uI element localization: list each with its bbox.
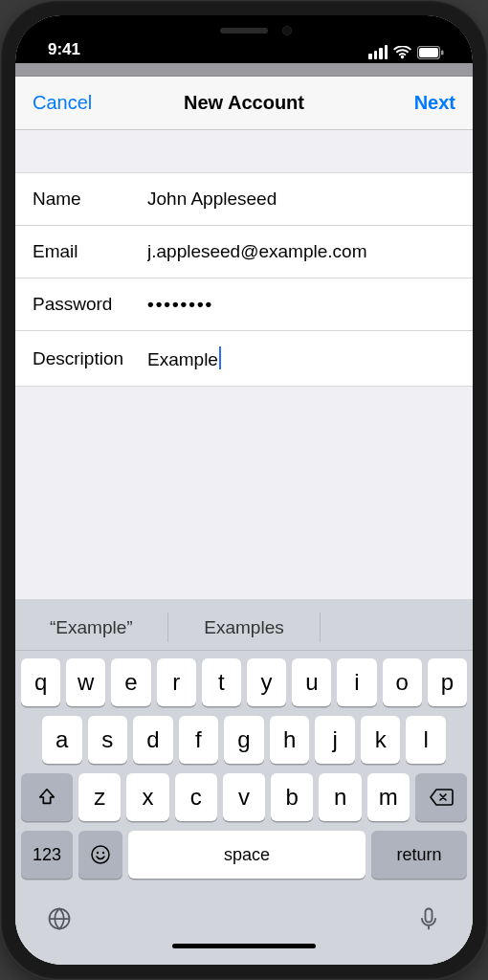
- next-button[interactable]: Next: [414, 92, 455, 114]
- password-label: Password: [33, 294, 147, 315]
- key-row-1: q w e r t y u i o p: [21, 658, 467, 706]
- key-b[interactable]: b: [271, 773, 313, 821]
- key-f[interactable]: f: [179, 716, 219, 764]
- svg-rect-2: [441, 50, 444, 55]
- key-r[interactable]: r: [157, 658, 196, 706]
- key-p[interactable]: p: [428, 658, 467, 706]
- description-label: Description: [33, 348, 147, 369]
- key-q[interactable]: q: [21, 658, 60, 706]
- globe-icon[interactable]: [46, 905, 73, 936]
- row-description[interactable]: Description Example: [15, 330, 473, 387]
- key-c[interactable]: c: [175, 773, 217, 821]
- key-row-4: 123 space return: [21, 831, 467, 879]
- svg-rect-7: [426, 909, 433, 923]
- text-cursor: [219, 346, 221, 369]
- key-row-2: a s d f g h j k l: [21, 716, 467, 764]
- name-label: Name: [33, 189, 147, 210]
- keyboard-bottom-bar: [15, 894, 473, 938]
- cancel-button[interactable]: Cancel: [33, 92, 92, 114]
- key-u[interactable]: u: [292, 658, 331, 706]
- key-j[interactable]: j: [315, 716, 355, 764]
- cellular-icon: [368, 45, 388, 59]
- key-o[interactable]: o: [383, 658, 422, 706]
- wifi-icon: [393, 46, 411, 59]
- mic-icon[interactable]: [415, 905, 442, 936]
- key-n[interactable]: n: [319, 773, 361, 821]
- key-x[interactable]: x: [126, 773, 168, 821]
- account-form: Name Email Password •••••••• Description…: [15, 130, 473, 387]
- email-input[interactable]: [147, 241, 455, 262]
- keyboard: “Example” Examples q w e r t y u i o: [15, 599, 473, 965]
- row-name[interactable]: Name: [15, 172, 473, 225]
- row-password[interactable]: Password ••••••••: [15, 278, 473, 330]
- emoji-key[interactable]: [78, 831, 122, 879]
- key-i[interactable]: i: [337, 658, 376, 706]
- suggestion-2[interactable]: Examples: [167, 612, 321, 642]
- key-a[interactable]: a: [42, 716, 82, 764]
- row-email[interactable]: Email: [15, 225, 473, 278]
- key-e[interactable]: e: [111, 658, 150, 706]
- key-h[interactable]: h: [270, 716, 310, 764]
- content-filler: [15, 387, 473, 599]
- shift-key[interactable]: [21, 773, 73, 821]
- key-k[interactable]: k: [361, 716, 401, 764]
- home-indicator[interactable]: [15, 938, 473, 965]
- backspace-key[interactable]: [415, 773, 467, 821]
- key-d[interactable]: d: [133, 716, 173, 764]
- key-z[interactable]: z: [78, 773, 121, 821]
- notch: [144, 15, 344, 46]
- svg-point-4: [97, 852, 99, 854]
- email-label: Email: [33, 241, 147, 262]
- svg-rect-1: [419, 48, 438, 57]
- svg-point-5: [102, 852, 104, 854]
- suggestion-1[interactable]: “Example”: [15, 605, 167, 650]
- space-key[interactable]: space: [128, 831, 366, 879]
- description-input[interactable]: Example: [147, 346, 455, 370]
- suggestion-bar: “Example” Examples: [15, 605, 473, 651]
- key-m[interactable]: m: [367, 773, 410, 821]
- key-l[interactable]: l: [406, 716, 446, 764]
- navigation-bar: Cancel New Account Next: [15, 77, 473, 130]
- key-row-3: z x c v b n m: [21, 773, 467, 821]
- phone-frame: 9:41 Cancel New Account Next: [0, 0, 488, 980]
- key-s[interactable]: s: [88, 716, 128, 764]
- sheet-backdrop: [15, 63, 473, 77]
- return-key[interactable]: return: [371, 831, 467, 879]
- key-y[interactable]: y: [247, 658, 286, 706]
- key-g[interactable]: g: [224, 716, 264, 764]
- status-time: 9:41: [48, 40, 80, 59]
- svg-point-3: [92, 846, 109, 863]
- battery-icon: [417, 46, 444, 59]
- password-input[interactable]: ••••••••: [147, 294, 455, 315]
- numbers-key[interactable]: 123: [21, 831, 73, 879]
- key-v[interactable]: v: [223, 773, 265, 821]
- suggestion-3[interactable]: [320, 612, 473, 642]
- key-t[interactable]: t: [202, 658, 241, 706]
- key-w[interactable]: w: [66, 658, 105, 706]
- name-input[interactable]: [147, 189, 455, 210]
